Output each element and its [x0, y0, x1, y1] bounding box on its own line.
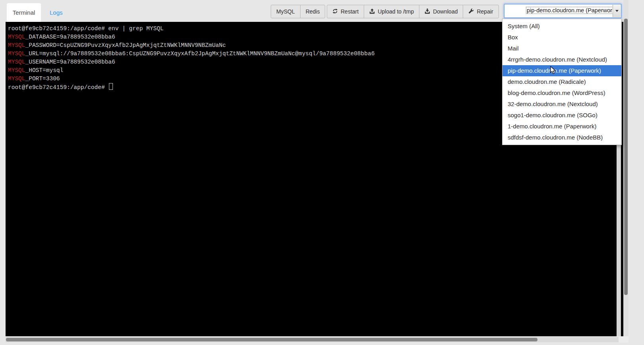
app-dropdown-list: System (All)BoxMail4rrgrh-demo.cloudron.… — [502, 19, 622, 145]
mysql-button[interactable]: MySQL — [271, 5, 301, 18]
terminal-cursor — [109, 83, 113, 90]
repair-icon — [468, 8, 474, 15]
dropdown-option[interactable]: demo.cloudron.me (Radicale) — [502, 76, 621, 87]
app-select-value: pip-demo.cloudron.me (Paperwork — [526, 7, 613, 14]
dropdown-option[interactable]: Mail — [502, 43, 621, 54]
restart-button-label: Restart — [341, 8, 359, 15]
tab-logs[interactable]: Logs — [41, 3, 72, 22]
horizontal-scrollbar-thumb[interactable] — [6, 338, 537, 341]
mysql-button-label: MySQL — [276, 8, 295, 15]
dropdown-option[interactable]: 1-demo.cloudron.me (Paperwork) — [502, 121, 621, 132]
download-icon — [425, 8, 430, 15]
download-button[interactable]: Download — [419, 5, 463, 18]
redis-button[interactable]: Redis — [300, 5, 326, 18]
select-arrow-button[interactable] — [613, 5, 621, 17]
scrollbar-corner — [619, 336, 628, 343]
dropdown-option[interactable]: blog-demo.cloudron.me (WordPress) — [502, 87, 621, 99]
vertical-scrollbar-thumb[interactable] — [624, 19, 628, 295]
vertical-scrollbar-track[interactable] — [623, 0, 628, 336]
download-button-label: Download — [433, 8, 458, 15]
tab-logs-label: Logs — [50, 9, 63, 16]
upload-button-label: Upload to /tmp — [378, 8, 414, 15]
action-button-group: Restart Upload to /tmp Download Repair — [327, 5, 499, 18]
upload-icon — [369, 8, 375, 15]
upload-button[interactable]: Upload to /tmp — [364, 5, 419, 18]
redis-button-label: Redis — [306, 8, 320, 15]
dropdown-option[interactable]: Box — [502, 32, 621, 43]
dropdown-option[interactable]: sdfdsf-demo.cloudron.me (NodeBB) — [502, 132, 621, 143]
tab-terminal-label: Terminal — [13, 9, 35, 16]
app-select[interactable]: pip-demo.cloudron.me (Paperwork — [504, 4, 621, 18]
database-button-group: MySQL Redis — [271, 5, 325, 18]
restart-button[interactable]: Restart — [327, 5, 364, 18]
repair-button-label: Repair — [477, 8, 493, 15]
chevron-down-icon — [615, 10, 619, 12]
dropdown-option[interactable]: sogo1-demo.cloudron.me (SOGo) — [502, 110, 621, 121]
horizontal-scrollbar-track[interactable] — [6, 337, 619, 342]
dropdown-option[interactable]: 4rrgrh-demo.cloudron.me (Nextcloud) — [502, 54, 621, 65]
dropdown-option[interactable]: System (All) — [502, 21, 621, 32]
dropdown-option[interactable]: 32-demo.cloudron.me (Nextcloud) — [502, 99, 621, 110]
restart-icon — [332, 8, 338, 15]
repair-button[interactable]: Repair — [463, 5, 499, 18]
dropdown-option[interactable]: pip-demo.cloudron.me (Paperwork) — [502, 65, 621, 76]
tab-terminal[interactable]: Terminal — [7, 3, 41, 22]
